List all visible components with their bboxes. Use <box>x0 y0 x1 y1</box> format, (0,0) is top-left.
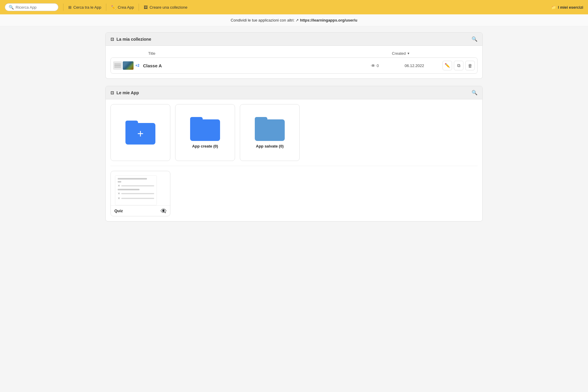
row-actions: ✏️ ⧉ 🗑 <box>442 61 475 70</box>
apps-header: ⊡ Le mie App 🔍 <box>106 86 482 99</box>
table-row: +2 Classe A 👁 0 06.12.2022 ✏️ ⧉ 🗑 <box>110 57 478 74</box>
nav-divider-2 <box>106 4 106 11</box>
apps-title: ⊡ Le mie App <box>110 90 139 95</box>
collection-row-name: Classe A <box>143 63 359 68</box>
col-title-header: Title <box>148 51 363 56</box>
nav-cerca[interactable]: ⊞ Cerca tra le App <box>68 5 101 10</box>
collection-title: ⊡ La mia collezione <box>110 37 151 42</box>
thumb-list <box>113 61 122 70</box>
apps-grid-items: ✕ ✕ ✕ Quiz <box>106 166 482 221</box>
main-content: ⊡ La mia collezione 🔍 Title Created ▼ <box>99 32 489 221</box>
collection-expand-icon[interactable]: ⊡ <box>110 37 114 42</box>
nav-divider-3 <box>139 4 139 11</box>
edit-button[interactable]: ✏️ <box>442 61 452 70</box>
search-input[interactable] <box>16 5 54 10</box>
nav-divider-1 <box>63 4 63 11</box>
collection-header: ⊡ La mia collezione 🔍 <box>106 33 482 46</box>
thumb-more-label: +2 <box>135 63 140 68</box>
search-icon: 🔍 <box>9 5 14 10</box>
copy-button[interactable]: ⧉ <box>454 61 463 70</box>
collection-table: Title Created ▼ <box>106 46 482 78</box>
nav-crea[interactable]: ✏️ Crea App <box>111 5 134 10</box>
collection-search-icon[interactable]: 🔍 <box>472 36 478 42</box>
quiz-visibility-icon[interactable]: 👁‍🗨 <box>160 208 166 214</box>
search-box[interactable]: 🔍 <box>5 3 58 11</box>
folder-right-icon: 📁 <box>551 5 556 10</box>
sort-created-button[interactable]: Created ▼ <box>392 51 440 56</box>
sort-arrow-icon: ▼ <box>407 52 410 55</box>
new-folder-card[interactable]: + <box>110 104 170 161</box>
quiz-card[interactable]: ✕ ✕ ✕ Quiz <box>110 171 170 216</box>
share-link[interactable]: https://learningapps.org/user/u <box>300 18 357 22</box>
created-date: 06.12.2022 <box>390 63 438 68</box>
app-create-folder-icon <box>190 117 220 141</box>
app-create-label: App create (0) <box>192 144 218 148</box>
grid-icon: ⊞ <box>68 5 72 10</box>
quiz-thumb: ✕ ✕ ✕ <box>115 175 157 205</box>
collection-section: ⊡ La mia collezione 🔍 Title Created ▼ <box>105 32 483 79</box>
top-nav: 🔍 ⊞ Cerca tra le App ✏️ Crea App 🖼 Crear… <box>0 0 588 14</box>
thumb-painting <box>123 61 134 70</box>
apps-search-icon[interactable]: 🔍 <box>472 90 478 95</box>
table-header: Title Created ▼ <box>110 49 478 57</box>
col-created-header: Created ▼ <box>392 51 440 56</box>
app-salvate-folder-icon <box>255 117 285 141</box>
app-salvate-card[interactable]: App salvate (0) <box>240 104 300 161</box>
views-badge: 👁 0 <box>363 63 387 68</box>
collection-thumbs: +2 <box>113 61 140 70</box>
apps-expand-icon[interactable]: ⊡ <box>110 90 114 95</box>
eye-icon: 👁 <box>371 63 375 68</box>
quiz-card-footer: Quiz 👁‍🗨 <box>111 205 170 216</box>
nav-esercizi[interactable]: 📁 I miei esercizi <box>551 5 583 10</box>
delete-button[interactable]: 🗑 <box>465 61 475 70</box>
quiz-label: Quiz <box>114 209 123 213</box>
share-link-icon: ↗ <box>295 18 299 22</box>
apps-grid-folders: + App create (0) App salvate (0) <box>106 99 482 166</box>
new-folder-icon: + <box>125 121 155 145</box>
share-bar: Condividi le tue applicazioni con altri:… <box>0 14 588 26</box>
apps-section: ⊡ Le mie App 🔍 + App create <box>105 86 483 221</box>
pencil-icon: ✏️ <box>111 5 116 10</box>
layout-icon: 🖼 <box>144 5 148 10</box>
app-salvate-label: App salvate (0) <box>256 144 284 148</box>
app-create-card[interactable]: App create (0) <box>175 104 235 161</box>
quiz-thumb-area: ✕ ✕ ✕ <box>111 171 170 205</box>
nav-collezione[interactable]: 🖼 Creare una collezione <box>144 5 187 10</box>
